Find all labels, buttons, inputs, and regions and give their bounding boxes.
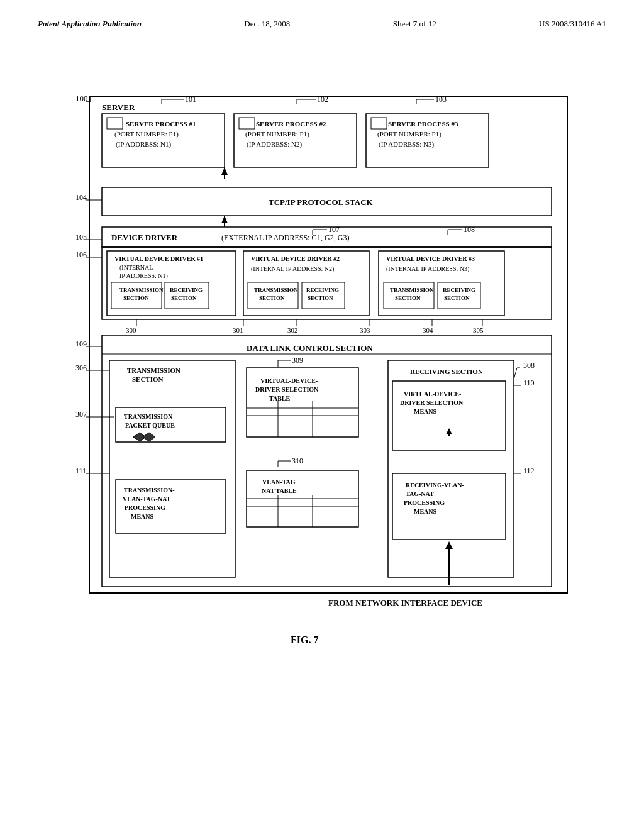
tx-nat-label4: MEANS	[131, 513, 154, 520]
tx-queue-label1: TRANSMISSION	[124, 413, 173, 420]
vdd3-int: (INTERNAL IP ADDRESS: N3)	[386, 265, 469, 273]
ext-ip-label: (EXTERNAL IP ADDRESS: G1, G2, G3)	[221, 233, 349, 242]
label-307: 307	[75, 410, 87, 419]
sp2-title: SERVER PROCESS #2	[256, 120, 326, 128]
vdd1-int1: (INTERNAL	[119, 264, 153, 272]
label-102: 102	[317, 95, 328, 104]
rx-nat-label1: RECEIVING-VLAN-	[406, 482, 464, 489]
label-306: 306	[75, 363, 87, 372]
sp1-port: (PORT NUMBER: P1)	[114, 130, 179, 138]
vdd1-tx2: SECTION	[123, 295, 149, 301]
vdd2-title: VIRTUAL DEVICE DRIVER #2	[251, 255, 340, 262]
vdd1-rx: RECEIVING	[170, 287, 203, 293]
dlc-label: DATA LINK CONTROL SECTION	[247, 343, 373, 353]
vd-table-label3: TABLE	[269, 395, 290, 402]
label-111: 111	[75, 467, 86, 475]
label-305: 305	[473, 326, 484, 334]
vdd1-rx2: SECTION	[171, 295, 197, 301]
vd-table-label1: VIRTUAL-DEVICE-	[260, 377, 318, 384]
label-300: 300	[126, 326, 136, 334]
from-network-label: FROM NETWORK INTERFACE DEVICE	[328, 598, 482, 607]
label-server: SERVER	[102, 102, 135, 112]
vdd3-rx2: SECTION	[444, 295, 470, 301]
label-108: 108	[464, 225, 475, 234]
vdd2-tx: TRANSMISSION	[254, 287, 298, 293]
label-106: 106	[75, 250, 87, 259]
header-patent: US 2008/310416 A1	[539, 19, 606, 29]
vdd1-int2: IP ADDRESS: N1)	[119, 272, 168, 280]
svg-marker-52	[143, 433, 155, 441]
label-103: 103	[435, 95, 447, 104]
label-310: 310	[292, 456, 303, 465]
rx-nat-label3: PROCESSING	[404, 499, 445, 506]
diagram-svg: 100 SERVER 101 102 103 SERVER PROCESS #1…	[39, 58, 605, 719]
vdd2-tx2: SECTION	[259, 295, 285, 301]
svg-marker-75	[446, 428, 452, 434]
label-105: 105	[75, 233, 87, 241]
vdd3-title: VIRTUAL DEVICE DRIVER #3	[386, 255, 475, 262]
vdd3-tx: TRANSMISSION	[390, 287, 434, 293]
page: Patent Application Publication Dec. 18, …	[0, 0, 644, 830]
sp3-title: SERVER PROCESS #3	[388, 120, 458, 128]
vdd1-tx: TRANSMISSION	[119, 287, 164, 293]
header-sheet: Sheet 7 of 12	[393, 19, 436, 29]
svg-rect-10	[107, 118, 123, 129]
vd-table-label2: DRIVER SELECTION	[255, 386, 319, 393]
tx-nat-label3: PROCESSING	[125, 504, 165, 511]
vlan-table-label2: NAT TABLE	[262, 487, 297, 494]
vdd2-rx: RECEIVING	[306, 287, 339, 293]
vdd3-tx2: SECTION	[395, 295, 421, 301]
label-112: 112	[523, 467, 535, 475]
fig-label: FIG. 7	[291, 634, 318, 645]
label-303: 303	[360, 326, 370, 334]
label-308: 308	[523, 361, 535, 370]
sp1-ip: (IP ADDRESS: N1)	[116, 140, 172, 148]
svg-marker-20	[221, 216, 228, 223]
label-100: 100	[75, 94, 88, 103]
sp1-title: SERVER PROCESS #1	[126, 120, 196, 128]
svg-rect-12	[239, 118, 255, 129]
page-header: Patent Application Publication Dec. 18, …	[38, 19, 606, 33]
header-date: Dec. 18, 2008	[244, 19, 290, 29]
vlan-table-label1: VLAN-TAG	[262, 479, 296, 485]
label-101: 101	[185, 95, 196, 104]
sp3-port: (PORT NUMBER: P1)	[377, 130, 441, 138]
vdd3-rx: RECEIVING	[443, 287, 475, 293]
svg-marker-79	[445, 541, 453, 549]
label-301: 301	[233, 326, 243, 334]
label-304: 304	[423, 326, 433, 334]
svg-rect-47	[109, 360, 235, 577]
sp2-port: (PORT NUMBER: P1)	[245, 130, 309, 138]
header-publication: Patent Application Publication	[38, 19, 142, 29]
vd-means-label2: DRIVER SELECTION	[400, 399, 464, 406]
tx-section-label: TRANSMISSION	[127, 367, 180, 374]
label-107: 107	[328, 225, 340, 234]
tx-section-label2: SECTION	[132, 375, 164, 383]
vd-means-label3: MEANS	[414, 408, 437, 415]
label-309: 309	[292, 356, 303, 365]
tx-queue-label2: PACKET QUEUE	[125, 422, 175, 429]
label-302: 302	[287, 326, 298, 334]
rx-nat-label2: TAG-NAT	[406, 490, 434, 497]
vdd2-int: (INTERNAL IP ADDRESS: N2)	[251, 265, 334, 273]
device-driver-label: DEVICE DRIVER	[111, 233, 178, 242]
rx-section-label1: RECEIVING SECTION	[410, 368, 483, 375]
label-110: 110	[523, 379, 535, 387]
sp3-ip: (IP ADDRESS: N3)	[379, 140, 435, 148]
svg-rect-14	[371, 118, 387, 129]
tx-nat-label1: TRANSMISSION-	[124, 487, 175, 494]
tcp-ip-label: TCP/IP PROTOCOL STACK	[269, 197, 374, 207]
label-109: 109	[75, 340, 87, 348]
svg-marker-16	[221, 167, 228, 175]
vdd1-title: VIRTUAL DEVICE DRIVER #1	[114, 255, 203, 262]
vd-means-label1: VIRTUAL-DEVICE-	[404, 390, 461, 397]
sp2-ip: (IP ADDRESS: N2)	[247, 140, 303, 148]
tx-nat-label2: VLAN-TAG-NAT	[123, 495, 171, 502]
label-104: 104	[75, 193, 87, 202]
rx-nat-label4: MEANS	[414, 508, 437, 515]
vdd2-rx2: SECTION	[308, 295, 333, 301]
